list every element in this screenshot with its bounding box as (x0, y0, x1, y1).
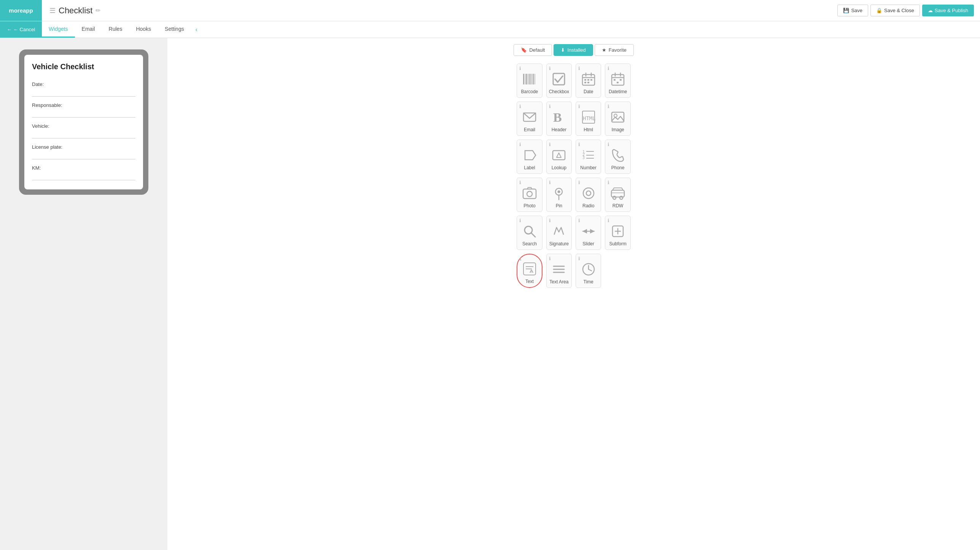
widget-slider[interactable]: ℹ Slider (576, 216, 601, 250)
device-inner: Vehicle Checklist Date: Responsable: Veh… (24, 55, 143, 189)
widget-time[interactable]: ℹ Time (576, 254, 601, 288)
slider-label: Slider (582, 241, 594, 246)
svg-text:B: B (553, 110, 562, 124)
phone-label: Phone (611, 165, 625, 170)
form-field-responsable: Responsable: (32, 98, 135, 118)
lookup-label: Lookup (552, 165, 566, 170)
info-icon-email: ℹ (519, 104, 521, 109)
info-icon-rdw: ℹ (608, 180, 609, 185)
search-icon (522, 223, 537, 240)
tab-favorite[interactable]: ★ Favorite (595, 44, 634, 56)
widget-number[interactable]: ℹ 123 Number (576, 140, 601, 174)
svg-rect-3 (528, 74, 529, 84)
tab-settings[interactable]: Settings (158, 21, 191, 38)
svg-point-40 (527, 191, 532, 197)
slider-icon (581, 223, 596, 240)
svg-point-43 (583, 188, 594, 199)
main-content: Vehicle Checklist Date: Responsable: Veh… (0, 38, 980, 550)
svg-rect-14 (587, 79, 589, 81)
preview-panel: Vehicle Checklist Date: Responsable: Veh… (0, 38, 167, 550)
radio-icon (581, 185, 596, 202)
edit-title-icon[interactable]: ✏ (95, 7, 100, 14)
widget-signature[interactable]: ℹ Signature (546, 216, 572, 250)
tab-rules[interactable]: Rules (102, 21, 129, 38)
save-publish-button[interactable]: ☁ Save & Publish (922, 5, 974, 16)
radio-label: Radio (582, 203, 594, 208)
save-close-icon: 🔒 (876, 8, 882, 13)
widget-textarea[interactable]: ℹ Text Area (546, 254, 572, 288)
widget-subform[interactable]: ℹ Subform (605, 216, 630, 250)
info-icon-photo: ℹ (519, 180, 521, 185)
widget-radio[interactable]: ℹ Radio (576, 178, 601, 212)
widget-date[interactable]: ℹ Date (576, 64, 601, 98)
save-button[interactable]: 💾 Save (837, 5, 868, 16)
cancel-button[interactable]: ← ← Cancel (7, 27, 35, 32)
tab-default[interactable]: 🔖 Default (514, 44, 552, 56)
search-label: Search (522, 241, 537, 246)
svg-rect-6 (533, 74, 534, 84)
html-icon: HTML (581, 109, 596, 126)
svg-rect-18 (612, 75, 624, 85)
widget-html[interactable]: ℹ HTML Html (576, 102, 601, 136)
save-close-button[interactable]: 🔒 Save & Close (870, 5, 920, 16)
signature-label: Signature (549, 241, 569, 246)
tab-hooks[interactable]: Hooks (129, 21, 158, 38)
svg-rect-4 (529, 74, 530, 84)
info-icon-phone: ℹ (608, 142, 609, 147)
widget-label[interactable]: ℹ Label (517, 140, 542, 174)
email-label: Email (524, 127, 535, 132)
svg-rect-22 (614, 79, 616, 81)
number-label: Number (580, 165, 597, 170)
date-label: Date (584, 89, 593, 94)
svg-text:3: 3 (582, 156, 585, 160)
field-label-km: KM: (32, 165, 41, 171)
form-title: Vehicle Checklist (32, 62, 135, 71)
info-icon-date: ℹ (578, 66, 580, 71)
widget-type-tabs: 🔖 Default ⬇ Installed ★ Favorite (167, 38, 980, 60)
widget-datetime[interactable]: ℹ Datetime (605, 64, 630, 98)
label-icon (522, 147, 537, 164)
info-icon-subform: ℹ (608, 218, 609, 223)
time-label: Time (584, 279, 593, 285)
photo-label: Photo (523, 203, 535, 208)
form-field-date: Date: (32, 77, 135, 97)
nav-collapse-button[interactable]: ‹ (191, 21, 202, 38)
tab-widgets[interactable]: Widgets (42, 21, 75, 38)
tab-installed[interactable]: ⬇ Installed (554, 44, 593, 56)
svg-rect-7 (535, 74, 535, 84)
svg-rect-24 (617, 82, 619, 83)
widget-text[interactable]: ℹ Text (517, 254, 542, 288)
svg-point-44 (586, 191, 591, 196)
widget-pin[interactable]: ℹ Pin (546, 178, 572, 212)
widget-email[interactable]: ℹ Email (517, 102, 542, 136)
text-label: Text (525, 279, 534, 284)
widget-image[interactable]: ℹ Image (605, 102, 630, 136)
widget-phone[interactable]: ℹ Phone (605, 140, 630, 174)
field-label-responsable: Responsable: (32, 102, 62, 108)
info-icon-signature: ℹ (549, 218, 551, 223)
form-field-vehicle: Vehicle: (32, 119, 135, 138)
widget-checkbox[interactable]: ℹ Checkbox (546, 64, 572, 98)
widget-barcode[interactable]: ℹ Barcode (517, 64, 542, 98)
svg-rect-17 (587, 82, 589, 83)
checklist-icon: ☰ (49, 6, 56, 15)
textarea-label: Text Area (549, 279, 568, 285)
svg-rect-5 (531, 74, 532, 84)
widget-header[interactable]: ℹ B Header (546, 102, 572, 136)
info-icon-header: ℹ (549, 104, 551, 109)
info-icon-number: ℹ (578, 142, 580, 147)
widget-photo[interactable]: ℹ Photo (517, 178, 542, 212)
widget-lookup[interactable]: ℹ Lookup (546, 140, 572, 174)
svg-line-66 (589, 269, 592, 271)
svg-rect-15 (590, 79, 592, 81)
widget-search[interactable]: ℹ Search (517, 216, 542, 250)
default-tab-icon: 🔖 (521, 47, 527, 53)
svg-rect-31 (553, 151, 565, 160)
barcode-label: Barcode (521, 89, 538, 94)
tab-email[interactable]: Email (75, 21, 102, 38)
nav-tabs: Widgets Email Rules Hooks Settings ‹ (42, 21, 980, 38)
html-label: Html (584, 127, 593, 132)
widget-rdw[interactable]: ℹ RDW (605, 178, 630, 212)
barcode-icon (522, 71, 537, 87)
svg-point-46 (613, 196, 616, 199)
